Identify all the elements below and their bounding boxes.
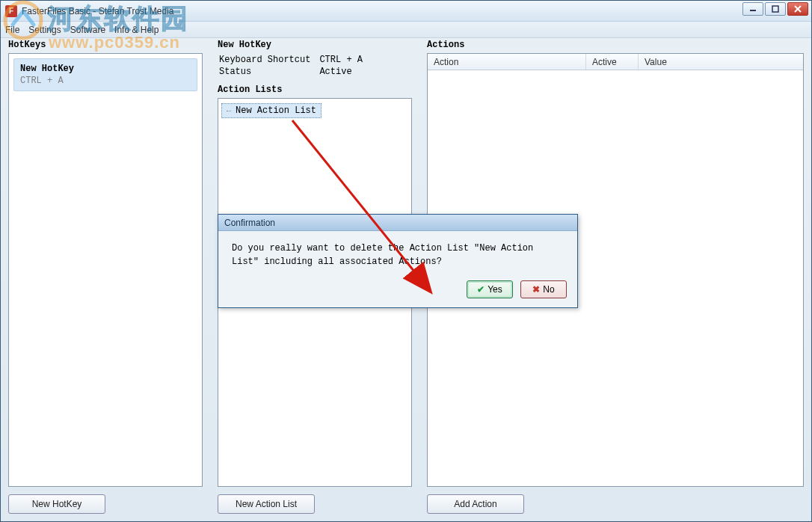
menubar: File Settings Software Info & Help xyxy=(1,22,811,38)
actionlists-title: Action Lists xyxy=(218,85,412,95)
hotkeys-listbox[interactable]: New HotKey CTRL + A xyxy=(8,53,203,487)
confirmation-dialog: Confirmation Do you really want to delet… xyxy=(218,214,578,308)
hotkey-item-name: New HotKey xyxy=(20,64,191,74)
col-value[interactable]: Value xyxy=(639,54,803,70)
app-window: F FasterFiles Basic - Stefan Trost Media… xyxy=(0,0,812,522)
yes-button[interactable]: ✔ Yes xyxy=(467,280,513,298)
detail-shortcut-value: CTRL + A xyxy=(319,55,370,65)
no-button[interactable]: ✖ No xyxy=(520,280,567,298)
hotkeys-panel: HotKeys New HotKey CTRL + A New HotKey xyxy=(8,40,203,514)
dialog-button-row: ✔ Yes ✖ No xyxy=(218,276,577,307)
menu-software[interactable]: Software xyxy=(70,25,105,35)
minimize-button[interactable] xyxy=(742,2,763,16)
add-action-button[interactable]: Add Action xyxy=(427,494,524,514)
new-hotkey-button[interactable]: New HotKey xyxy=(8,494,105,514)
detail-status-value: Active xyxy=(319,67,370,77)
detail-title: New HotKey xyxy=(218,40,412,50)
minimize-icon xyxy=(749,5,757,13)
check-icon: ✔ xyxy=(477,284,485,295)
hotkeys-title: HotKeys xyxy=(8,40,203,50)
hotkey-item-shortcut: CTRL + A xyxy=(20,76,191,86)
hotkey-details: New HotKey Keyboard Shortcut CTRL + A St… xyxy=(218,40,412,79)
menu-info-help[interactable]: Info & Help xyxy=(114,25,159,35)
no-button-label: No xyxy=(543,284,554,295)
actionlist-item[interactable]: New Action List xyxy=(221,103,322,118)
dialog-title: Confirmation xyxy=(218,215,577,231)
actions-table-header: Action Active Value xyxy=(428,54,803,70)
menu-settings[interactable]: Settings xyxy=(28,25,61,35)
maximize-icon xyxy=(772,5,779,13)
detail-shortcut-label: Keyboard Shortcut xyxy=(219,55,318,65)
col-action[interactable]: Action xyxy=(428,54,586,70)
titlebar: F FasterFiles Basic - Stefan Trost Media xyxy=(1,1,811,22)
maximize-button[interactable] xyxy=(765,2,786,16)
window-controls xyxy=(742,2,808,16)
yes-button-label: Yes xyxy=(487,284,502,295)
new-actionlist-button[interactable]: New Action List xyxy=(218,494,315,514)
actions-title: Actions xyxy=(427,40,804,50)
col-active[interactable]: Active xyxy=(586,54,639,70)
svg-rect-1 xyxy=(772,6,778,12)
app-icon: F xyxy=(5,5,17,17)
detail-status-label: Status xyxy=(219,67,318,77)
window-title: FasterFiles Basic - Stefan Trost Media xyxy=(22,6,173,16)
close-icon xyxy=(794,5,802,13)
dialog-message: Do you really want to delete the Action … xyxy=(218,231,577,276)
close-button[interactable] xyxy=(787,2,808,16)
cross-icon: ✖ xyxy=(532,284,540,295)
menu-file[interactable]: File xyxy=(5,25,19,35)
hotkey-item[interactable]: New HotKey CTRL + A xyxy=(13,58,197,91)
